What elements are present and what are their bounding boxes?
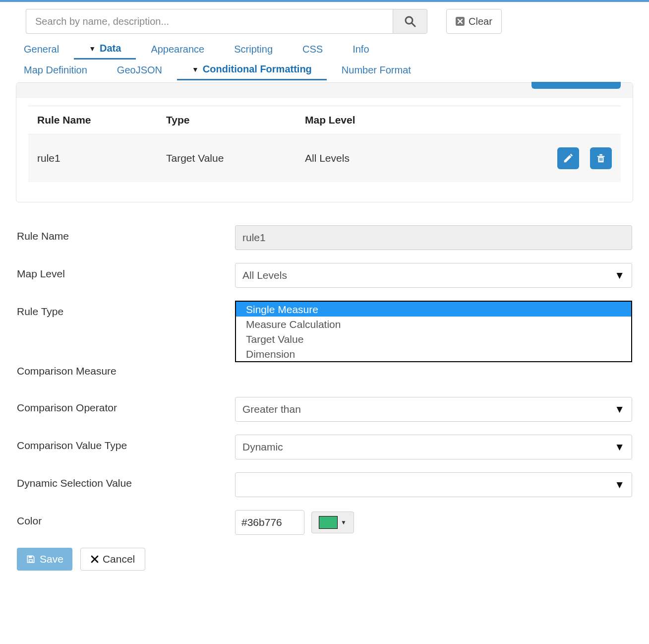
floppy-icon [26,554,36,564]
label-rule-name: Rule Name [17,225,235,242]
select-value: All Levels [242,269,287,281]
pencil-icon [563,153,574,164]
svg-rect-3 [599,154,602,156]
tab-label: Conditional Formatting [203,64,312,75]
close-square-icon [456,17,465,26]
chevron-down-icon: ▼ [614,441,625,453]
dynamic-selection-value-select[interactable]: ▼ [235,472,632,497]
map-level-select[interactable]: All Levels ▼ [235,263,632,288]
header-row: Clear [0,2,649,39]
table-header-row: Rule Name Type Map Level [28,106,621,134]
cancel-button[interactable]: Cancel [80,548,145,571]
label-map-level: Map Level [17,263,235,280]
chevron-down-icon: ▼ [614,479,625,491]
caret-down-icon: ▼ [341,519,347,526]
label-comparison-measure: Comparison Measure [17,360,235,377]
panel-top-strip [16,83,633,98]
tab-label: GeoJSON [117,64,162,76]
label-comparison-value-type: Comparison Value Type [17,435,235,451]
tab-number-format[interactable]: Number Format [327,61,426,80]
svg-rect-5 [601,158,601,161]
search-button[interactable] [393,9,427,34]
tab-general[interactable]: General [9,40,74,60]
close-icon [91,555,99,563]
panel-area: Rule Name Type Map Level rule1 Target Va… [0,82,649,610]
form-buttons: Save Cancel [17,548,632,571]
label-color: Color [17,510,235,527]
rule-form: Rule Name Map Level All Levels ▼ Rule Ty… [16,225,633,571]
svg-rect-8 [29,560,33,562]
color-picker-button[interactable]: ▼ [311,512,354,533]
trash-icon [595,153,606,164]
tab-geojson[interactable]: GeoJSON [102,61,177,80]
label-comparison-operator: Comparison Operator [17,397,235,414]
cancel-label: Cancel [103,553,135,565]
tab-label: Info [353,44,369,55]
color-hex-input[interactable] [235,510,304,535]
tab-scripting[interactable]: Scripting [219,40,288,60]
option-dimension[interactable]: Dimension [236,346,631,361]
tab-label: General [24,44,59,55]
tab-data[interactable]: ▼Data [74,40,136,60]
tab-label: Data [100,43,121,54]
secondary-tabs: Map Definition GeoJSON ▼Conditional Form… [0,60,649,80]
svg-rect-7 [29,556,32,558]
tab-css[interactable]: CSS [288,40,338,60]
tab-map-definition[interactable]: Map Definition [9,61,102,80]
comparison-operator-select[interactable]: Greater than ▼ [235,397,632,422]
svg-rect-6 [602,158,602,161]
col-header-type: Type [166,114,305,126]
rules-table: Rule Name Type Map Level rule1 Target Va… [28,106,621,182]
label-rule-type: Rule Type [17,301,235,318]
svg-rect-4 [599,158,600,161]
primary-tabs: General ▼Data Appearance Scripting CSS I… [0,39,649,60]
tab-label: Number Format [342,64,411,76]
add-rule-button-partial[interactable] [531,82,621,89]
tab-conditional-formatting[interactable]: ▼Conditional Formatting [177,61,327,80]
comparison-value-type-select[interactable]: Dynamic ▼ [235,435,632,459]
tab-label: Appearance [151,44,204,55]
edit-rule-button[interactable] [557,147,579,169]
chevron-down-icon: ▼ [614,403,625,415]
cell-rule-name: rule1 [37,152,166,164]
col-header-level: Map Level [305,114,542,126]
chevron-down-icon: ▼ [614,269,625,281]
save-label: Save [40,553,63,565]
tab-label: CSS [302,44,323,55]
rule-name-input[interactable] [235,225,632,250]
col-header-name: Rule Name [37,114,166,126]
table-row: rule1 Target Value All Levels [28,134,621,182]
delete-rule-button[interactable] [590,147,612,169]
cell-rule-level: All Levels [305,152,542,164]
cell-rule-type: Target Value [166,152,305,164]
tab-label: Scripting [234,44,273,55]
tab-label: Map Definition [24,64,87,76]
option-target-value[interactable]: Target Value [236,331,631,346]
color-swatch [319,516,338,529]
clear-label: Clear [469,16,492,27]
select-value: Greater than [242,403,301,415]
select-value: Dynamic [242,441,283,453]
tab-info[interactable]: Info [338,40,384,60]
search-wrap [26,9,427,34]
option-measure-calculation[interactable]: Measure Calculation [236,317,631,331]
clear-button[interactable]: Clear [446,9,502,34]
rule-type-dropdown[interactable]: Single Measure Measure Calculation Targe… [235,301,632,362]
search-icon [404,15,416,27]
tab-appearance[interactable]: Appearance [136,40,219,60]
option-single-measure[interactable]: Single Measure [236,302,631,317]
rules-panel: Rule Name Type Map Level rule1 Target Va… [16,82,633,202]
save-button[interactable]: Save [17,548,72,571]
search-input[interactable] [26,9,393,34]
chevron-down-icon: ▼ [192,65,199,73]
svg-line-1 [412,23,415,26]
label-dynamic-selection-value: Dynamic Selection Value [17,472,235,489]
chevron-down-icon: ▼ [89,45,96,53]
